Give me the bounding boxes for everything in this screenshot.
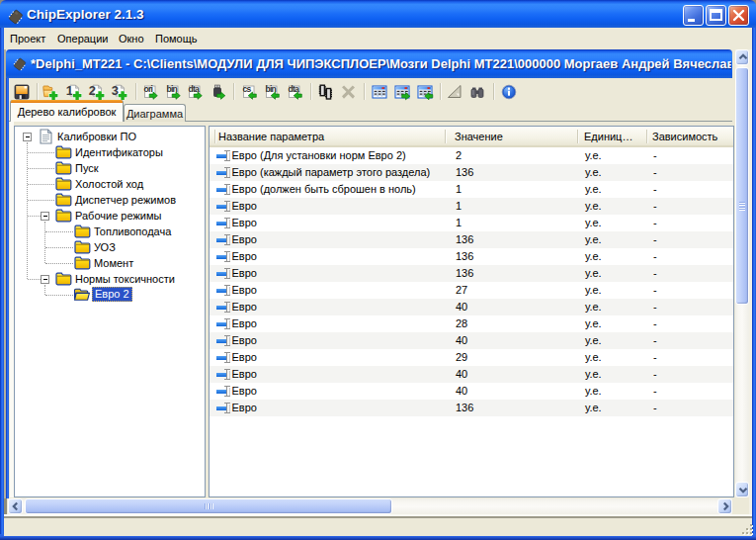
- svg-text:ori: ori: [144, 84, 153, 94]
- svg-text:1: 1: [65, 83, 72, 98]
- svg-text:cs: cs: [243, 84, 252, 94]
- svg-text:2: 2: [88, 83, 95, 98]
- svg-text:3: 3: [111, 83, 118, 98]
